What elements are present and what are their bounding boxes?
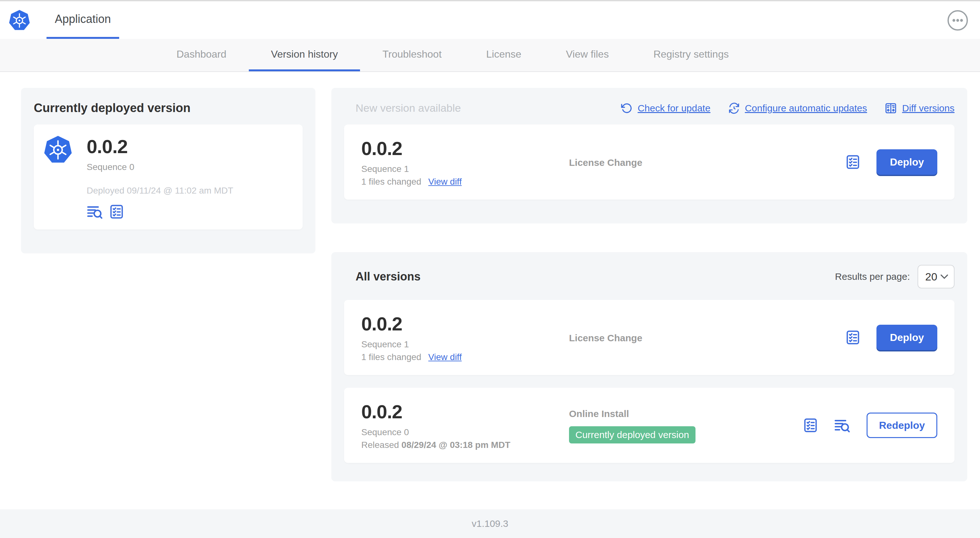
app-logo-box <box>0 1 46 39</box>
diff-versions-label: Diff versions <box>902 103 955 114</box>
scheduled-update-icon <box>728 103 740 114</box>
all-versions-header: All versions Results per page: 20 <box>344 265 955 289</box>
version-sequence: Sequence 1 <box>361 340 569 349</box>
nav-tab-view-files[interactable]: View files <box>544 39 631 71</box>
check-for-update-link[interactable]: Check for update <box>621 103 710 114</box>
results-per-page-select[interactable]: 20 <box>918 265 955 289</box>
currently-deployed-panel: Currently deployed version 0.0.2 Sequenc… <box>21 88 315 253</box>
chevron-down-icon <box>940 274 948 279</box>
redeploy-button[interactable]: Redeploy <box>867 413 937 438</box>
currently-deployed-card: 0.0.2 Sequence 0 Deployed 09/11/24 @ 11:… <box>34 124 303 230</box>
view-diff-link[interactable]: View diff <box>428 177 461 187</box>
nav-tab-version-history[interactable]: Version history <box>249 39 360 71</box>
deployed-timestamp: Deployed 09/11/24 @ 11:02 am MDT <box>87 186 293 196</box>
all-versions-title: All versions <box>344 270 420 283</box>
deployed-sequence: Sequence 0 <box>87 162 293 172</box>
app-nav: Dashboard Version history Troubleshoot L… <box>0 39 980 72</box>
preflight-checks-button[interactable] <box>845 154 861 170</box>
nav-tab-troubleshoot[interactable]: Troubleshoot <box>360 39 464 71</box>
currently-deployed-badge: Currently deployed version <box>569 426 695 443</box>
results-per-page-value: 20 <box>925 271 937 283</box>
preflight-checks-button[interactable] <box>845 330 861 345</box>
application-window: Application Dashboard Version history Tr… <box>0 0 980 538</box>
configure-automatic-updates-label: Configure automatic updates <box>745 103 867 114</box>
logs-icon <box>87 204 103 219</box>
ellipsis-icon <box>947 10 969 31</box>
version-source-label: Online Install <box>569 408 803 419</box>
all-versions-panel: All versions Results per page: 20 0.0.2 … <box>331 252 967 481</box>
deployed-actions <box>87 204 293 219</box>
preflight-checks-button[interactable] <box>803 418 818 433</box>
version-row: 0.0.2 Sequence 1 1 files changed View di… <box>344 300 955 375</box>
nav-tab-dashboard[interactable]: Dashboard <box>154 39 249 71</box>
checklist-icon <box>803 418 818 433</box>
kubernetes-logo-icon <box>9 10 30 30</box>
new-version-number: 0.0.2 <box>361 137 569 160</box>
results-per-page: Results per page: 20 <box>835 265 955 289</box>
logs-icon <box>834 418 851 433</box>
checklist-icon <box>845 330 861 345</box>
deploy-button[interactable]: Deploy <box>877 325 937 350</box>
configure-automatic-updates-link[interactable]: Configure automatic updates <box>728 103 867 114</box>
view-logs-button[interactable] <box>834 418 851 433</box>
version-number: 0.0.2 <box>361 313 569 335</box>
kubernetes-app-icon <box>44 135 72 219</box>
version-source-label: License Change <box>569 333 845 343</box>
checklist-icon <box>845 154 861 170</box>
deploy-button[interactable]: Deploy <box>877 149 937 175</box>
check-for-update-label: Check for update <box>638 103 710 114</box>
deployed-version-number: 0.0.2 <box>87 135 293 158</box>
new-version-card: 0.0.2 Sequence 1 1 files changed View di… <box>344 124 955 200</box>
nav-tab-registry-settings[interactable]: Registry settings <box>631 39 751 71</box>
app-header: Application <box>0 1 980 39</box>
tab-application[interactable]: Application <box>46 1 119 39</box>
main-content: Currently deployed version 0.0.2 Sequenc… <box>0 72 980 509</box>
new-version-info: 0.0.2 Sequence 1 1 files changed View di… <box>361 137 569 187</box>
refresh-icon <box>621 103 632 114</box>
preflight-checks-button[interactable] <box>109 204 124 219</box>
version-info: 0.0.2 Sequence 0 Released 08/29/24 @ 03:… <box>361 400 569 450</box>
released-timestamp: Released 08/29/24 @ 03:18 pm MDT <box>361 440 569 450</box>
new-version-title: New version available <box>344 102 461 114</box>
version-row: 0.0.2 Sequence 0 Released 08/29/24 @ 03:… <box>344 388 955 463</box>
files-changed-text: 1 files changed <box>361 177 421 187</box>
new-version-panel: New version available Check for update <box>331 88 967 224</box>
more-options-button[interactable] <box>947 10 969 31</box>
nav-tab-license[interactable]: License <box>464 39 544 71</box>
diff-versions-link[interactable]: Diff versions <box>885 102 955 114</box>
new-version-sequence: Sequence 1 <box>361 164 569 174</box>
checklist-icon <box>109 204 124 219</box>
results-per-page-label: Results per page: <box>835 271 910 282</box>
version-source-label: License Change <box>569 157 845 168</box>
currently-deployed-title: Currently deployed version <box>34 101 303 115</box>
files-changed-text: 1 files changed <box>361 352 421 362</box>
update-links: Check for update Configure automatic upd… <box>621 102 955 114</box>
app-tab-label: Application <box>55 13 111 26</box>
console-version: v1.109.3 <box>471 518 508 529</box>
version-info: 0.0.2 Sequence 1 1 files changed View di… <box>361 313 569 362</box>
version-sequence: Sequence 0 <box>361 427 569 437</box>
view-logs-button[interactable] <box>87 204 103 219</box>
version-number: 0.0.2 <box>361 400 569 424</box>
app-footer: v1.109.3 <box>0 509 980 538</box>
new-version-header: New version available Check for update <box>344 102 955 114</box>
view-diff-link[interactable]: View diff <box>428 352 461 362</box>
diff-icon <box>885 102 897 114</box>
